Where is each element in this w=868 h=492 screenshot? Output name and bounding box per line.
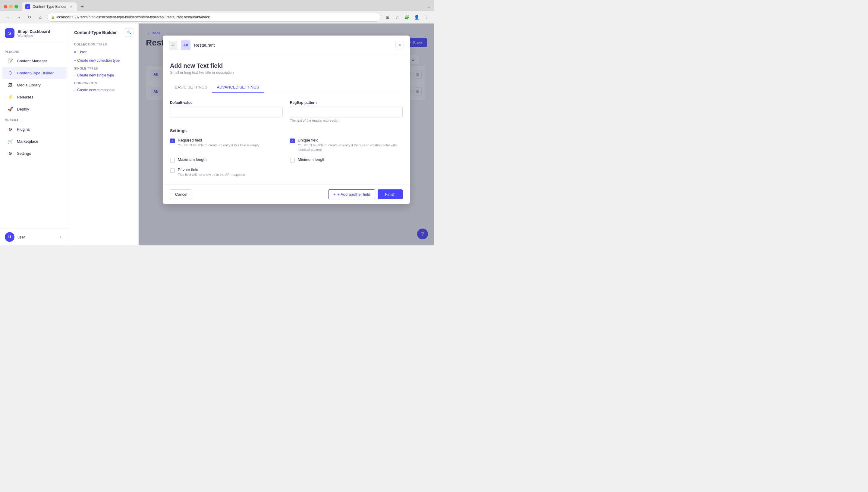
tab-advanced-settings[interactable]: ADVANCED SETTINGS xyxy=(212,82,264,93)
max-length-checkbox-item: Maximum length xyxy=(170,157,283,163)
max-length-checkbox[interactable] xyxy=(170,158,175,163)
app-layout: S Strapi Dashboard Workplace PLUGINS 📝 C… xyxy=(0,24,434,245)
create-single-button[interactable]: + Create new single type xyxy=(69,71,138,79)
main-sidebar: S Strapi Dashboard Workplace PLUGINS 📝 C… xyxy=(0,24,69,245)
min-length-label-group: Minimum length xyxy=(298,157,326,162)
unique-field-label: Unique field xyxy=(298,138,403,142)
cancel-button[interactable]: Cancel xyxy=(170,189,192,199)
ctb-sidebar: Content-Type Builder 🔍 COLLECTION TYPES … xyxy=(69,24,139,245)
media-library-icon: 🖼 xyxy=(7,82,13,88)
create-collection-label: + Create new collection type xyxy=(74,58,120,63)
default-value-input[interactable] xyxy=(170,106,283,118)
private-field-label-group: Private field This field will not show u… xyxy=(178,167,245,177)
finish-button[interactable]: Finish xyxy=(378,189,403,199)
modal-footer-right: + + Add another field Finish xyxy=(328,189,403,199)
modal-back-icon: ← xyxy=(170,43,175,48)
main-content-area: Content-Type Builder 🔍 COLLECTION TYPES … xyxy=(69,24,434,245)
sidebar-item-label: Content Manager xyxy=(17,59,47,63)
create-component-button[interactable]: + Create new component xyxy=(69,86,138,94)
regexp-pattern-label: RegExp pattern xyxy=(290,101,403,105)
minimize-traffic-light[interactable] xyxy=(9,5,13,8)
content-manager-icon: 📝 xyxy=(7,58,13,64)
extension-button[interactable]: 🧩 xyxy=(403,13,411,21)
releases-icon: ⚡ xyxy=(7,94,13,100)
modal-close-button[interactable]: × xyxy=(395,41,404,49)
modal-field-subtitle: Small or long text like title or descrip… xyxy=(170,71,403,75)
user-avatar: U xyxy=(5,232,15,242)
tab-basic-label: BASIC SETTINGS xyxy=(175,85,207,90)
plugins-section-label: PLUGINS xyxy=(0,47,69,55)
tab-favicon: S xyxy=(25,4,30,9)
sidebar-item-settings[interactable]: ⚙ Settings xyxy=(2,147,67,159)
deploy-icon: 🚀 xyxy=(7,106,13,112)
content-type-builder-layout: Content-Type Builder 🔍 COLLECTION TYPES … xyxy=(69,24,434,245)
sidebar-item-marketplace[interactable]: 🛒 Marketplace xyxy=(2,135,67,147)
sidebar-item-media-library[interactable]: 🖼 Media Library xyxy=(2,79,67,91)
modal-overlay: ← Ab Restaurant × Add new Text field Sma… xyxy=(139,24,434,245)
forward-nav-button[interactable]: → xyxy=(15,13,23,21)
collection-types-section: COLLECTION TYPES xyxy=(69,40,138,47)
ctb-search-button[interactable]: 🔍 xyxy=(125,28,134,37)
create-single-label: + Create new single type xyxy=(74,73,114,77)
translate-button[interactable]: ⊞ xyxy=(383,13,392,21)
home-nav-button[interactable]: ⌂ xyxy=(36,13,45,21)
regexp-hint: The text of the regular expression xyxy=(290,119,403,122)
refresh-nav-button[interactable]: ↻ xyxy=(25,13,34,21)
required-field-label: Required field xyxy=(178,138,259,142)
add-another-field-button[interactable]: + + Add another field xyxy=(328,189,375,199)
new-tab-button[interactable]: + xyxy=(78,2,87,11)
sidebar-item-label: Plugins xyxy=(17,127,30,131)
settings-grid: Required field You won't be able to crea… xyxy=(170,138,403,177)
bullet-icon xyxy=(74,51,76,53)
sidebar-logo: S xyxy=(5,28,15,38)
sidebar-item-plugins[interactable]: ⚙ Plugins xyxy=(2,123,67,135)
bookmark-button[interactable]: ☆ xyxy=(393,13,401,21)
sidebar-header: S Strapi Dashboard Workplace xyxy=(0,24,69,43)
modal-type-badge: Ab xyxy=(181,40,190,50)
add-another-label: + Add another field xyxy=(337,192,370,197)
sidebar-footer: U user ‹ xyxy=(0,228,69,245)
sidebar-item-content-manager[interactable]: 📝 Content Manager xyxy=(2,55,67,67)
min-length-checkbox[interactable] xyxy=(290,158,295,163)
sidebar-collapse-button[interactable]: ‹ xyxy=(57,233,64,241)
sidebar-item-label: Content-Type Builder xyxy=(17,71,54,75)
menu-button[interactable]: ⋮ xyxy=(422,13,430,21)
maximize-traffic-light[interactable] xyxy=(15,5,18,8)
create-component-label: + Create new component xyxy=(74,88,115,92)
tab-list-chevron[interactable]: ⌄ xyxy=(427,4,430,9)
unique-field-checkbox[interactable] xyxy=(290,139,295,143)
active-tab[interactable]: S Content-Type Builder × xyxy=(22,2,77,11)
sidebar-item-content-type-builder[interactable]: ⬡ Content-Type Builder xyxy=(2,67,67,79)
address-bar[interactable]: 🔒 localhost:1337/admin/plugins/content-t… xyxy=(47,13,381,22)
required-field-checkbox-item: Required field You won't be able to crea… xyxy=(170,138,283,152)
unique-field-desc: You won't be able to create an entry if … xyxy=(298,143,403,152)
sidebar-item-releases[interactable]: ⚡ Releases xyxy=(2,91,67,103)
ctb-user-item[interactable]: User xyxy=(69,47,138,57)
traffic-lights xyxy=(4,5,18,8)
general-section-label: GENERAL xyxy=(0,115,69,123)
sidebar-item-label: Deploy xyxy=(17,107,29,112)
modal-back-button[interactable]: ← xyxy=(169,41,177,49)
add-another-icon: + xyxy=(333,192,336,197)
settings-section-title: Settings xyxy=(170,128,403,133)
create-collection-button[interactable]: + Create new collection type xyxy=(69,57,138,65)
sidebar-item-deploy[interactable]: 🚀 Deploy xyxy=(2,103,67,115)
private-field-checkbox[interactable] xyxy=(170,168,175,173)
private-field-desc: This field will not show up in the API r… xyxy=(178,173,245,177)
tab-close-button[interactable]: × xyxy=(69,4,73,9)
back-nav-button[interactable]: ← xyxy=(4,13,12,21)
security-lock-icon: 🔒 xyxy=(51,16,54,19)
profile-button[interactable]: 👤 xyxy=(412,13,421,21)
tab-basic-settings[interactable]: BASIC SETTINGS xyxy=(170,82,212,93)
brand-name: Strapi Dashboard xyxy=(18,29,50,34)
browser-chrome: S Content-Type Builder × + ⌄ ← → ↻ ⌂ 🔒 l… xyxy=(0,0,434,24)
ctb-sidebar-title: Content-Type Builder xyxy=(74,30,117,35)
max-length-label: Maximum length xyxy=(178,157,207,162)
regexp-pattern-input[interactable] xyxy=(290,106,403,118)
ctb-nav-label: User xyxy=(78,50,87,54)
close-traffic-light[interactable] xyxy=(4,5,7,8)
required-field-checkbox[interactable] xyxy=(170,139,175,143)
modal-header-title: Restaurant xyxy=(194,43,215,48)
sidebar-navigation: PLUGINS 📝 Content Manager ⬡ Content-Type… xyxy=(0,43,69,228)
modal-header: ← Ab Restaurant × xyxy=(163,35,410,55)
